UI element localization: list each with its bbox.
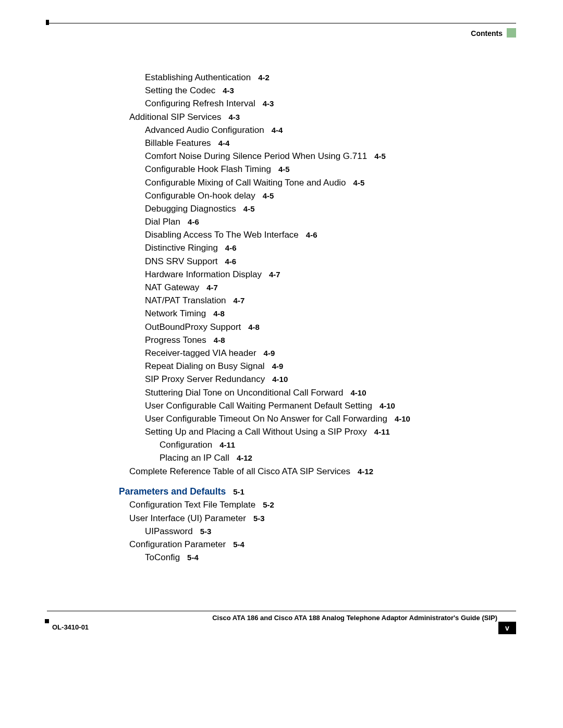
toc-row: NAT/PAT Translation4-7 — [119, 296, 525, 305]
toc-page-ref: 4-7 — [269, 270, 280, 279]
toc-title[interactable]: NAT Gateway — [145, 282, 199, 292]
toc-row: Billable Features4-4 — [119, 139, 525, 147]
toc-page-ref: 4-3 — [223, 86, 234, 95]
footer-page-number: v — [498, 622, 516, 634]
toc-title[interactable]: User Configurable Call Waiting Permanent… — [145, 401, 372, 411]
toc-row: Stuttering Dial Tone on Unconditional Ca… — [119, 388, 525, 397]
footer-guide-title: Cisco ATA 186 and Cisco ATA 188 Analog T… — [212, 614, 497, 622]
toc-page-ref: 4-10 — [380, 401, 395, 410]
toc-page-ref: 5-3 — [200, 527, 212, 536]
toc-title[interactable]: Comfort Noise During Silence Period When… — [145, 151, 367, 161]
toc-chapter-title[interactable]: Parameters and Defaults — [119, 486, 226, 497]
toc-title[interactable]: Network Timing — [145, 309, 206, 318]
toc-row: ToConfig5-4 — [119, 553, 525, 562]
toc-page-ref: 4-10 — [351, 388, 366, 397]
toc-title[interactable]: Receiver-tagged VIA header — [145, 348, 256, 358]
toc-row: Configuration Text File Template5-2 — [119, 500, 525, 509]
toc-title[interactable]: Configurable Mixing of Call Waiting Tone… — [145, 178, 346, 188]
toc-row: Configurable On-hook delay4-5 — [119, 191, 525, 200]
toc-row: Hardware Information Display4-7 — [119, 270, 525, 279]
toc-page-ref: 4-5 — [374, 152, 386, 161]
toc-row: UIPassword5-3 — [119, 527, 525, 536]
toc-page-ref: 4-7 — [234, 296, 245, 305]
toc-page-ref: 4-7 — [206, 283, 218, 292]
toc-title[interactable]: Additional SIP Services — [129, 112, 221, 122]
toc-title[interactable]: Debugging Diagnostics — [145, 204, 236, 214]
toc-row: Establishing Authentication4-2 — [119, 73, 525, 82]
toc-row: Receiver-tagged VIA header4-9 — [119, 349, 525, 357]
toc-title[interactable]: Dial Plan — [145, 217, 180, 227]
toc-title[interactable]: Billable Features — [145, 138, 211, 148]
toc-page-ref: 5-3 — [253, 514, 265, 523]
toc-title[interactable]: Establishing Authentication — [145, 72, 251, 82]
toc-title[interactable]: Configuration — [160, 440, 212, 450]
toc-row: Distinctive Ringing4-6 — [119, 243, 525, 252]
toc-title[interactable]: SIP Proxy Server Redundancy — [145, 374, 265, 384]
toc-page-ref: 4-4 — [272, 126, 283, 134]
toc-page-ref: 4-3 — [263, 99, 274, 108]
toc-row: Additional SIP Services4-3 — [119, 113, 525, 121]
toc-title[interactable]: Configurable On-hook delay — [145, 191, 255, 201]
toc-title[interactable]: ToConfig — [145, 552, 180, 562]
toc-title[interactable]: User Configurable Timeout On No Answer f… — [145, 414, 387, 424]
toc-page-ref: 4-11 — [219, 440, 235, 449]
toc-title[interactable]: Progress Tones — [145, 335, 206, 345]
toc-title[interactable]: Configurable Hook Flash Timing — [145, 164, 271, 174]
toc-page-ref: 4-12 — [237, 453, 252, 462]
toc-page-ref: 5-1 — [233, 487, 244, 496]
toc-page-ref: 4-9 — [264, 349, 275, 357]
toc-row: Configurable Hook Flash Timing4-5 — [119, 165, 525, 174]
toc-row: Configurable Mixing of Call Waiting Tone… — [119, 178, 525, 187]
toc-page-ref: 4-8 — [213, 309, 225, 318]
toc-row: Network Timing4-8 — [119, 309, 525, 318]
toc-title[interactable]: Configuration Text File Template — [129, 500, 255, 510]
toc-title[interactable]: Setting Up and Placing a Call Without Us… — [145, 427, 367, 437]
toc-page-ref: 4-9 — [272, 362, 284, 371]
toc-row: DNS SRV Support4-6 — [119, 257, 525, 266]
toc-title[interactable]: Complete Reference Table of all Cisco AT… — [129, 466, 350, 476]
toc-title[interactable]: Placing an IP Call — [160, 453, 229, 463]
toc-title[interactable]: Hardware Information Display — [145, 269, 262, 279]
header-decorative-square — [507, 28, 516, 38]
toc-row: Configuration4-11 — [119, 440, 525, 449]
toc-row: Placing an IP Call4-12 — [119, 453, 525, 462]
toc-row: Progress Tones4-8 — [119, 336, 525, 344]
toc-title[interactable]: Configuration Parameter — [129, 539, 226, 549]
toc-page-ref: 4-12 — [358, 467, 373, 476]
toc-page-ref: 4-5 — [243, 204, 255, 213]
toc-page-ref: 4-5 — [263, 191, 274, 200]
toc-page-ref: 4-6 — [306, 230, 317, 239]
top-left-mark — [46, 20, 49, 25]
toc-page-ref: 4-4 — [218, 139, 230, 147]
toc-title[interactable]: Repeat Dialing on Busy Signal — [145, 361, 265, 371]
toc-title[interactable]: NAT/PAT Translation — [145, 295, 226, 305]
toc-row: Complete Reference Table of all Cisco AT… — [119, 467, 525, 476]
toc-title[interactable]: Stuttering Dial Tone on Unconditional Ca… — [145, 388, 344, 398]
toc-title[interactable]: OutBoundProxy Support — [145, 322, 241, 332]
toc-chapter-row: Parameters and Defaults5-1 — [119, 487, 525, 497]
toc-page-ref: 5-4 — [233, 540, 244, 549]
toc-row: Dial Plan4-6 — [119, 217, 525, 226]
toc-title[interactable]: UIPassword — [145, 526, 193, 536]
toc-title[interactable]: DNS SRV Support — [145, 256, 218, 266]
toc-title[interactable]: Setting the Codec — [145, 85, 215, 95]
toc-row: Debugging Diagnostics4-5 — [119, 204, 525, 213]
toc-page-ref: 5-2 — [263, 500, 274, 509]
toc-page-ref: 4-8 — [248, 323, 260, 331]
toc-page-ref: 4-11 — [374, 427, 390, 436]
toc-row: Repeat Dialing on Busy Signal4-9 — [119, 362, 525, 371]
toc-row: Configuration Parameter5-4 — [119, 540, 525, 549]
toc-row: Setting Up and Placing a Call Without Us… — [119, 427, 525, 436]
toc-title[interactable]: User Interface (UI) Parameter — [129, 513, 246, 523]
toc-row: Advanced Audio Configuration4-4 — [119, 126, 525, 134]
toc-title[interactable]: Advanced Audio Configuration — [145, 125, 264, 135]
toc-page-ref: 5-4 — [187, 553, 199, 562]
toc-page-ref: 4-2 — [258, 73, 270, 82]
toc-row: User Interface (UI) Parameter5-3 — [119, 514, 525, 523]
toc-row: Setting the Codec4-3 — [119, 86, 525, 95]
toc-title[interactable]: Configuring Refresh Interval — [145, 98, 255, 108]
toc-title[interactable]: Distinctive Ringing — [145, 243, 218, 253]
toc-row: NAT Gateway4-7 — [119, 283, 525, 292]
toc-title[interactable]: Disabling Access To The Web Interface — [145, 230, 299, 240]
toc-row: SIP Proxy Server Redundancy4-10 — [119, 375, 525, 384]
